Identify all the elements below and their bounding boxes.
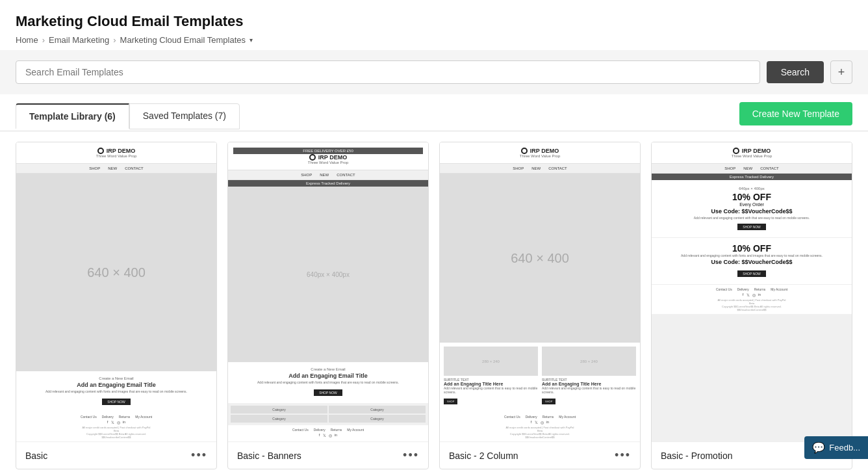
preview-img-1: 280 × 240 bbox=[444, 347, 538, 376]
preview-categories: Category Category Category Category bbox=[228, 403, 428, 425]
preview-hero-banners: 640px × 400px bbox=[228, 187, 428, 362]
breadcrumb-sep-2: › bbox=[113, 35, 116, 45]
tab-template-library[interactable]: Template Library (6) bbox=[16, 103, 129, 129]
template-footer-banners: Basic - Banners ••• bbox=[228, 441, 428, 469]
feedback-label: Feedb... bbox=[829, 443, 860, 452]
preview-promo-block-1: 640px × 400px 10% OFF Every Order Use Co… bbox=[652, 180, 852, 238]
template-card-basic: IRP DEMO Three Word Value Prop SHOP NEW … bbox=[16, 142, 217, 469]
preview-logo: IRP DEMO bbox=[21, 148, 211, 154]
breadcrumb: Home › Email Marketing › Marketing Cloud… bbox=[16, 35, 852, 45]
feedback-button[interactable]: 💬 Feedb... bbox=[804, 436, 868, 459]
page-header: Marketing Cloud Email Templates Home › E… bbox=[0, 0, 868, 50]
create-new-template-button[interactable]: Create New Template bbox=[739, 102, 852, 125]
preview-logo-banners: IRP DEMO bbox=[233, 154, 423, 161]
template-preview-banners: FREE DELIVERY OVER £50 IRP DEMO Three Wo… bbox=[228, 142, 428, 441]
preview-header-banners: FREE DELIVERY OVER £50 IRP DEMO Three Wo… bbox=[228, 142, 428, 170]
preview-promo-delivery-banner: Express Tracked Delivery bbox=[652, 174, 852, 180]
preview-img-2: 280 × 240 bbox=[542, 347, 636, 376]
preview-content-banners: Create a New Email Add an Engaging Email… bbox=[228, 362, 428, 403]
preview-footer-links: Contact Us Delivery Returns My Account bbox=[19, 415, 214, 419]
preview-banner-top: FREE DELIVERY OVER £50 bbox=[233, 148, 423, 154]
template-name-banners: Basic - Banners bbox=[237, 451, 301, 461]
template-preview-promo: IRP DEMO Three Word Value Prop SHOP NEW … bbox=[652, 142, 852, 441]
breadcrumb-home[interactable]: Home bbox=[16, 35, 38, 45]
tabs-row: Template Library (6) Saved Templates (7)… bbox=[0, 94, 868, 131]
preview-nav-promo: SHOP NEW CONTACT bbox=[652, 164, 852, 174]
preview-header: IRP DEMO Three Word Value Prop bbox=[16, 142, 216, 164]
template-footer-basic: Basic ••• bbox=[16, 441, 216, 469]
template-name-twocol: Basic - 2 Column bbox=[449, 451, 518, 461]
template-card-promo: IRP DEMO Three Word Value Prop SHOP NEW … bbox=[651, 142, 852, 469]
preview-body: Add relevant and engaging content with f… bbox=[21, 389, 211, 393]
preview-content: Create a New Email Add an Engaging Email… bbox=[16, 371, 216, 412]
preview-col2-text: SUBTITLE TEXT Add an Engaging Title Here… bbox=[542, 378, 636, 404]
template-card-banners: FREE DELIVERY OVER £50 IRP DEMO Three Wo… bbox=[227, 142, 429, 469]
template-menu-basic[interactable]: ••• bbox=[191, 449, 207, 462]
template-menu-banners[interactable]: ••• bbox=[403, 449, 419, 462]
preview-small-label: Create a New Email bbox=[21, 376, 211, 380]
template-menu-twocol[interactable]: ••• bbox=[615, 449, 631, 462]
breadcrumb-email-marketing[interactable]: Email Marketing bbox=[49, 35, 109, 45]
add-button[interactable]: + bbox=[830, 60, 852, 84]
breadcrumb-sep-1: › bbox=[42, 35, 45, 45]
page-title: Marketing Cloud Email Templates bbox=[16, 13, 852, 30]
nav-new: NEW bbox=[108, 166, 117, 170]
breadcrumb-current: Marketing Cloud Email Templates bbox=[120, 35, 246, 45]
templates-grid: IRP DEMO Three Word Value Prop SHOP NEW … bbox=[0, 131, 868, 472]
preview-col1-text: SUBTITLE TEXT Add an Engaging Title Here… bbox=[444, 378, 538, 404]
promo-shop-btn-1: SHOP NOW bbox=[737, 224, 766, 230]
logo-circle bbox=[97, 148, 104, 154]
preview-tagline: Three Word Value Prop bbox=[21, 154, 211, 158]
preview-delivery-banner: Express Tracked Delivery bbox=[228, 180, 428, 187]
preview-header-twocol: IRP DEMO Three Word Value Prop bbox=[440, 142, 640, 164]
logo-text: IRP DEMO bbox=[107, 148, 135, 154]
breadcrumb-dropdown-icon[interactable]: ▾ bbox=[249, 36, 253, 44]
tabs-container: Template Library (6) Saved Templates (7) bbox=[16, 103, 240, 129]
preview-header-promo: IRP DEMO Three Word Value Prop bbox=[652, 142, 852, 164]
template-preview-basic: IRP DEMO Three Word Value Prop SHOP NEW … bbox=[16, 142, 216, 441]
preview-footer-twocol: Contact Us Delivery Returns My Account f… bbox=[440, 412, 640, 441]
preview-nav-twocol: SHOP NEW CONTACT bbox=[440, 164, 640, 174]
preview-promo-block-2: 10% OFF Add relevant and engaging conten… bbox=[652, 238, 852, 285]
template-name-promo: Basic - Promotion bbox=[661, 451, 732, 461]
template-card-twocol: IRP DEMO Three Word Value Prop SHOP NEW … bbox=[439, 142, 641, 469]
preview-social: f 𝕏 ◎ in bbox=[19, 420, 214, 425]
search-bar-section: Search + bbox=[0, 50, 868, 94]
template-footer-twocol: Basic - 2 Column ••• bbox=[440, 441, 640, 469]
promo-shop-btn-2: SHOP NOW bbox=[737, 270, 766, 277]
preview-nav-banners: SHOP NEW CONTACT bbox=[228, 170, 428, 180]
preview-nav: SHOP NEW CONTACT bbox=[16, 164, 216, 174]
template-preview-twocol: IRP DEMO Three Word Value Prop SHOP NEW … bbox=[440, 142, 640, 441]
preview-title: Add an Engaging Email Title bbox=[21, 382, 211, 388]
feedback-icon: 💬 bbox=[812, 441, 825, 454]
preview-footer-banners: Contact Us Delivery Returns My Account f… bbox=[228, 425, 428, 441]
preview-hero-twocol: 640 × 400 bbox=[440, 174, 640, 343]
tab-saved-templates[interactable]: Saved Templates (7) bbox=[129, 103, 240, 129]
search-input[interactable] bbox=[16, 60, 760, 84]
search-button[interactable]: Search bbox=[767, 61, 824, 83]
nav-contact: CONTACT bbox=[125, 166, 144, 170]
preview-shop-btn: SHOP NOW bbox=[102, 399, 131, 405]
preview-footer-promo: Contact Us Delivery Returns My Account f… bbox=[652, 285, 852, 314]
template-name-basic: Basic bbox=[25, 451, 47, 461]
preview-footer: Contact Us Delivery Returns My Account f… bbox=[16, 412, 216, 441]
preview-hero: 640 × 400 bbox=[16, 174, 216, 371]
nav-shop: SHOP bbox=[89, 166, 100, 170]
preview-2col-content: 280 × 240 SUBTITLE TEXT Add an Engaging … bbox=[440, 343, 640, 412]
